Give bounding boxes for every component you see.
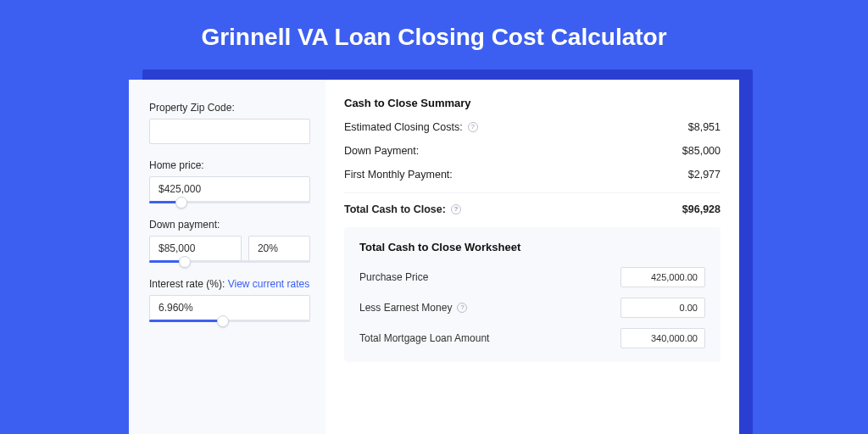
summary-title: Cash to Close Summary: [344, 97, 721, 109]
rate-input[interactable]: [149, 295, 310, 320]
summary-total-row: Total Cash to Close: ? $96,928: [344, 192, 721, 215]
worksheet-row: Purchase Price: [359, 267, 705, 287]
worksheet-row: Less Earnest Money ?: [359, 298, 705, 318]
zip-label: Property Zip Code:: [149, 102, 310, 114]
rate-label-text: Interest rate (%):: [149, 278, 225, 290]
summary-label: First Monthly Payment:: [344, 169, 453, 181]
down-payment-slider[interactable]: [149, 260, 310, 263]
rate-slider[interactable]: [149, 320, 310, 322]
home-price-slider-wrap: [149, 176, 310, 203]
worksheet-label: Purchase Price: [359, 271, 428, 283]
down-payment-input[interactable]: [149, 236, 242, 261]
home-price-group: Home price:: [149, 159, 310, 203]
rate-slider-wrap: [149, 295, 310, 322]
help-icon[interactable]: ?: [451, 204, 461, 214]
inputs-panel: Property Zip Code: Home price: Down paym…: [129, 80, 326, 434]
worksheet-row: Total Mortgage Loan Amount: [359, 328, 705, 348]
worksheet-input[interactable]: [620, 298, 705, 318]
summary-row: Estimated Closing Costs: ? $8,951: [344, 121, 721, 133]
page-title: Grinnell VA Loan Closing Cost Calculator: [0, 0, 868, 70]
summary-row: Down Payment: $85,000: [344, 145, 721, 157]
home-price-label: Home price:: [149, 159, 310, 171]
zip-group: Property Zip Code:: [149, 102, 310, 144]
down-payment-label: Down payment:: [149, 219, 310, 231]
worksheet-label: Total Mortgage Loan Amount: [359, 332, 489, 344]
down-payment-group: Down payment:: [149, 219, 310, 263]
summary-row: First Monthly Payment: $2,977: [344, 169, 721, 181]
rate-label: Interest rate (%): View current rates: [149, 278, 310, 290]
summary-label: Down Payment:: [344, 145, 419, 157]
worksheet-panel: Total Cash to Close Worksheet Purchase P…: [344, 227, 721, 362]
home-price-input[interactable]: [149, 176, 310, 202]
down-payment-pct-input[interactable]: [248, 236, 310, 261]
slider-thumb-icon[interactable]: [175, 197, 187, 209]
worksheet-title: Total Cash to Close Worksheet: [359, 241, 705, 253]
slider-thumb-icon[interactable]: [179, 256, 191, 268]
calculator-card: Property Zip Code: Home price: Down paym…: [129, 80, 739, 434]
worksheet-label: Less Earnest Money: [359, 302, 452, 314]
results-panel: Cash to Close Summary Estimated Closing …: [326, 80, 739, 434]
rate-group: Interest rate (%): View current rates: [149, 278, 310, 322]
home-price-slider[interactable]: [149, 201, 310, 203]
view-rates-link[interactable]: View current rates: [228, 278, 310, 290]
summary-value: $8,951: [688, 121, 721, 133]
help-icon[interactable]: ?: [457, 303, 467, 313]
summary-value: $2,977: [688, 169, 721, 181]
worksheet-input[interactable]: [620, 267, 705, 287]
summary-label: Estimated Closing Costs:: [344, 121, 463, 133]
slider-thumb-icon[interactable]: [217, 315, 229, 327]
summary-total-value: $96,928: [682, 203, 721, 215]
help-icon[interactable]: ?: [468, 122, 478, 132]
worksheet-input[interactable]: [620, 328, 705, 348]
summary-total-label: Total Cash to Close:: [344, 203, 446, 215]
zip-input[interactable]: [149, 119, 310, 144]
summary-value: $85,000: [682, 145, 721, 157]
